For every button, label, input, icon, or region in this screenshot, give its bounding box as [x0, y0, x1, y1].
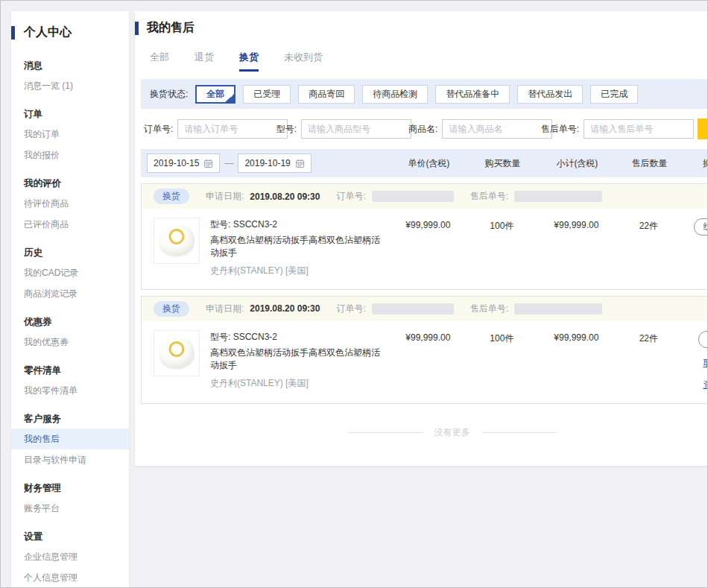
filter-option-completed[interactable]: 已完成 — [590, 85, 638, 104]
aftersales-tabs: 全部 退货 换货 未收到货 — [141, 37, 708, 79]
order-card-body: 型号: SSCCN3-2 高档双色沾塑柄活动扳手高档双色沾塑柄活动扳手 史丹利(… — [142, 209, 708, 289]
section-heading: 历史 — [24, 244, 129, 262]
order-no-label: 订单号: — [336, 190, 365, 203]
exchange-type-badge: 换货 — [154, 301, 189, 317]
date-range-picker: 2019-10-15 — 2019-10-19 — [141, 154, 388, 173]
list-header-row: 2019-10-15 — 2019-10-19 单价(含税) 购买数量 小计(含… — [141, 149, 708, 177]
search-button[interactable]: 搜索 — [698, 118, 708, 139]
sidebar-section-coupons: 优惠券 我的优惠券 — [24, 313, 129, 353]
sidebar-item-my-orders[interactable]: 我的订单 — [24, 124, 129, 145]
section-heading: 设置 — [24, 528, 129, 546]
filter-option-item-returned[interactable]: 商品寄回 — [298, 85, 355, 104]
sidebar-section-history: 历史 我的CAD记录 商品浏览记录 — [24, 244, 129, 304]
date-start-input[interactable]: 2019-10-15 — [147, 154, 220, 173]
section-heading: 我的评价 — [24, 174, 129, 193]
aftersale-no-redacted-value — [514, 191, 602, 202]
aftersale-no-input[interactable] — [584, 119, 694, 139]
order-no-input[interactable] — [177, 119, 288, 139]
filter-option-accepted[interactable]: 已受理 — [243, 85, 291, 104]
respirator-mask-graphic — [157, 224, 196, 259]
product-name-input[interactable] — [442, 119, 552, 139]
view-details-link[interactable]: 查看详情 — [703, 379, 708, 391]
sidebar-item-my-coupons[interactable]: 我的优惠券 — [24, 332, 129, 353]
order-no-redacted-value — [372, 303, 454, 314]
aftersale-no-label: 售后单号: — [541, 123, 579, 136]
filter-option-replacement-shipped[interactable]: 替代品发出 — [517, 85, 583, 104]
filter-label: 换货状态: — [150, 88, 188, 101]
column-unit-price: 单价(含税) — [388, 157, 470, 170]
search-group-order-no: 订单号: — [144, 119, 271, 139]
aftersale-qty-value: 22件 — [618, 330, 679, 345]
page: 个人中心 消息 消息一览 (1) 订单 我的订单 我的报价 我的评价 待评价商品… — [0, 0, 708, 588]
apply-date-value: 2019.08.20 09:30 — [250, 303, 320, 314]
apply-date-label: 申请日期: — [206, 190, 244, 203]
sidebar-item-my-quotes[interactable]: 我的报价 — [24, 145, 129, 165]
sidebar-item-personal-info[interactable]: 个人信息管理 — [24, 567, 129, 588]
sidebar-section-finance: 财务管理 账务平台 — [24, 479, 129, 519]
search-row: 订单号: 型号: 商品名: 售后单号: 搜索 — [141, 109, 708, 149]
sidebar-item-company-info[interactable]: 企业信息管理 — [24, 546, 129, 567]
sidebar: 个人中心 消息 消息一览 (1) 订单 我的订单 我的报价 我的评价 待评价商品… — [11, 11, 129, 588]
status-cell: 线下受理 — [679, 218, 708, 235]
sidebar-title-row: 个人中心 — [11, 11, 129, 43]
product-brand: 史丹利(STANLEY) [美国] — [210, 265, 387, 277]
sidebar-item-cad-history[interactable]: 我的CAD记录 — [24, 262, 129, 283]
sidebar-section-orders: 订单 我的订单 我的报价 — [24, 105, 129, 165]
model-label: 型号: — [276, 123, 297, 136]
exchange-type-badge: 换货 — [154, 189, 189, 204]
product-model: 型号: SSCCN3-2 — [210, 331, 387, 344]
search-group-model: 型号: — [276, 119, 402, 139]
sidebar-item-my-parts-list[interactable]: 我的零件清单 — [24, 380, 129, 401]
sidebar-item-message-list[interactable]: 消息一览 (1) — [24, 75, 129, 96]
product-name: 高档双色沾塑柄活动扳手高档双色沾塑柄活动扳手 — [210, 347, 387, 373]
unit-price-value: ¥99,999.00 — [387, 330, 469, 343]
sidebar-item-done-reviews[interactable]: 已评价商品 — [24, 214, 129, 235]
purchase-qty-value: 100件 — [469, 218, 534, 233]
order-card-body: 型号: SSCCN3-2 高档双色沾塑柄活动扳手高档双色沾塑柄活动扳手 史丹利(… — [142, 321, 708, 403]
product-info: 型号: SSCCN3-2 高档双色沾塑柄活动扳手高档双色沾塑柄活动扳手 史丹利(… — [210, 330, 387, 390]
model-label: 型号: — [210, 219, 230, 230]
aftersale-no-redacted-value — [514, 303, 602, 314]
filter-option-replacement-preparing[interactable]: 替代品准备中 — [435, 85, 510, 104]
filter-option-all[interactable]: 全部 ✓ — [195, 85, 236, 104]
product-name-label: 商品名: — [408, 123, 437, 136]
search-group-aftersale-no: 售后单号: — [541, 119, 675, 139]
tab-exchange[interactable]: 换货 — [239, 51, 259, 72]
apply-date-label: 申请日期: — [206, 303, 244, 315]
order-card-header: 换货 申请日期: 2019.08.20 09:30 订单号: 售后单号: — [142, 297, 708, 321]
sidebar-section-settings: 设置 企业信息管理 个人信息管理 地址管理 发票管理 通知设定 员工及权限 — [24, 528, 129, 588]
unit-price-value: ¥99,999.00 — [387, 218, 469, 230]
tab-returns[interactable]: 退货 — [195, 51, 214, 72]
sidebar-section-messages: 消息 消息一览 (1) — [24, 57, 129, 96]
filter-option-pending-inspection[interactable]: 待商品检测 — [362, 85, 428, 104]
aftersale-no-label: 售后单号: — [470, 190, 508, 203]
sidebar-item-browse-history[interactable]: 商品浏览记录 — [24, 283, 129, 304]
divider-line — [482, 432, 557, 433]
sidebar-item-pending-reviews[interactable]: 待评价商品 — [24, 193, 129, 214]
model-value: SSCCN3-2 — [233, 332, 277, 342]
date-end-input[interactable]: 2019-10-19 — [238, 154, 311, 173]
tab-all[interactable]: 全部 — [150, 51, 169, 72]
sidebar-item-my-aftersales[interactable]: 我的售后 — [11, 429, 129, 449]
page-title-row: 我的售后 — [135, 11, 708, 37]
calendar-icon — [203, 159, 213, 168]
order-no-label: 订单号: — [336, 303, 365, 315]
check-icon: ✓ — [230, 88, 235, 104]
sidebar-section-reviews: 我的评价 待评价商品 已评价商品 — [24, 174, 129, 235]
sidebar-item-catalog-software[interactable]: 目录与软件申请 — [24, 449, 129, 470]
section-heading: 优惠券 — [24, 313, 129, 332]
column-aftersale-qty: 售后数量 — [619, 157, 680, 170]
sidebar-item-billing-platform[interactable]: 账务平台 — [24, 498, 129, 519]
model-input[interactable] — [301, 119, 411, 139]
respirator-mask-graphic — [157, 335, 196, 370]
product-image[interactable] — [154, 330, 200, 376]
section-heading: 零件清单 — [24, 361, 129, 380]
column-purchase-qty: 购买数量 — [470, 157, 535, 170]
cancel-aftersale-link[interactable]: 取消售后 — [703, 357, 708, 370]
product-image[interactable] — [154, 218, 200, 264]
order-no-label: 订单号: — [144, 123, 173, 136]
divider-line — [348, 432, 423, 433]
tab-not-received[interactable]: 未收到货 — [284, 51, 323, 72]
date-start-value: 2019-10-15 — [154, 158, 199, 168]
sidebar-title: 个人中心 — [15, 25, 72, 40]
